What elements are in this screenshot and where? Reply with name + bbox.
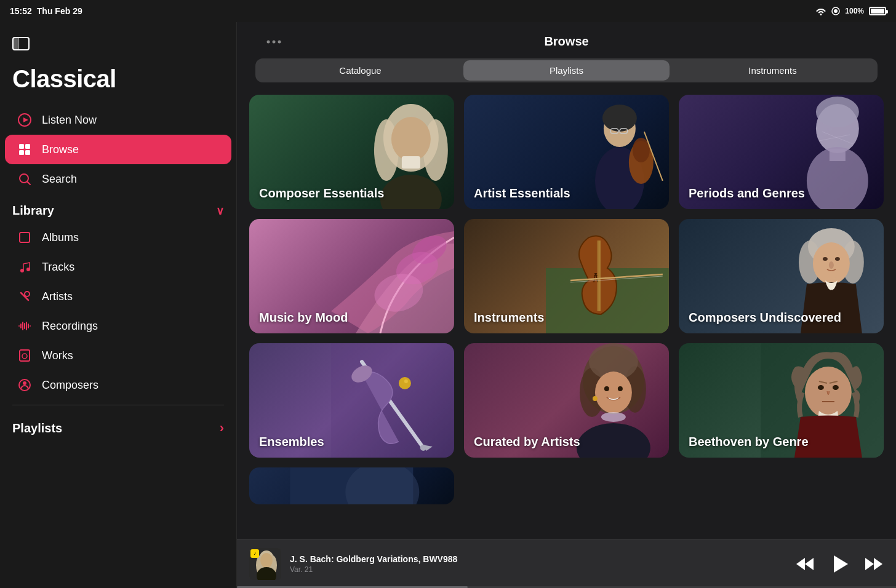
- svg-point-80: [618, 386, 623, 391]
- card-music-mood[interactable]: Music by Mood: [249, 219, 454, 333]
- svg-line-42: [644, 132, 663, 181]
- now-playing-bar: ♪ J. S. Bach: Goldberg Variations, BWV98…: [237, 539, 896, 588]
- svg-point-64: [823, 257, 828, 261]
- dots-menu[interactable]: [255, 40, 292, 44]
- svg-point-31: [423, 119, 448, 181]
- card-periods-genres[interactable]: Periods and Genres: [679, 95, 884, 209]
- svg-point-12: [26, 268, 30, 271]
- sidebar-item-listen-now[interactable]: Listen Now: [5, 105, 231, 135]
- person-circle-icon: [17, 378, 32, 392]
- sidebar-top: [0, 32, 236, 60]
- partial-card[interactable]: [249, 467, 454, 504]
- sidebar-item-recordings[interactable]: Recordings: [5, 311, 231, 341]
- svg-point-65: [835, 257, 840, 261]
- svg-point-76: [624, 366, 646, 413]
- card-curated-artists-label: Curated by Artists: [474, 434, 580, 449]
- card-composers-undiscovered[interactable]: Composers Undiscovered: [679, 219, 884, 333]
- svg-rect-34: [402, 156, 420, 169]
- svg-marker-102: [865, 558, 874, 570]
- svg-point-77: [589, 343, 638, 380]
- svg-point-29: [383, 104, 439, 172]
- svg-point-0: [834, 9, 838, 13]
- svg-point-26: [267, 40, 270, 43]
- svg-point-45: [807, 147, 868, 209]
- main-header: Browse: [237, 22, 896, 58]
- mood-illustration: [331, 219, 454, 333]
- playlists-section-header[interactable]: Playlists ›: [0, 410, 236, 441]
- rewind-button[interactable]: [795, 554, 815, 574]
- playlists-chevron-icon[interactable]: ›: [220, 420, 224, 436]
- main-content: Browse Catalogue Playlists Instruments: [237, 22, 896, 588]
- sidebar-item-browse[interactable]: Browse: [5, 135, 231, 164]
- sidebar-item-composers[interactable]: Composers: [5, 370, 231, 400]
- play-circle-icon: [17, 113, 32, 127]
- svg-marker-73: [422, 445, 433, 451]
- app-title: Classical: [0, 60, 236, 105]
- card-periods-genres-label: Periods and Genres: [689, 186, 805, 201]
- svg-point-28: [278, 40, 281, 43]
- svg-point-82: [577, 423, 650, 458]
- svg-rect-38: [620, 129, 628, 133]
- svg-marker-99: [796, 558, 805, 570]
- svg-point-61: [799, 240, 821, 284]
- card-curated-artists[interactable]: Curated by Artists: [464, 343, 669, 458]
- search-label: Search: [42, 173, 77, 186]
- browse-label: Browse: [42, 143, 79, 156]
- status-time-date: 15:52 Thu Feb 29: [10, 6, 82, 16]
- card-ensembles-label: Ensembles: [259, 434, 324, 449]
- svg-rect-44: [830, 149, 846, 161]
- tab-bar: Catalogue Playlists Instruments: [255, 58, 878, 82]
- now-playing-title: J. S. Bach: Goldberg Variations, BWV988: [290, 554, 795, 564]
- grid-icon: [17, 142, 32, 157]
- svg-point-50: [392, 247, 443, 290]
- card-composer-essentials-label: Composer Essentials: [259, 186, 384, 201]
- tab-catalogue[interactable]: Catalogue: [257, 60, 463, 81]
- violin-illustration: ƒ ƒ: [546, 219, 669, 333]
- ensembles-illustration: [331, 343, 454, 458]
- sidebar-item-works[interactable]: Works: [5, 341, 231, 370]
- svg-point-41: [633, 138, 650, 162]
- svg-point-89: [833, 385, 839, 390]
- sidebar-item-search[interactable]: Search: [5, 164, 231, 194]
- svg-line-9: [28, 182, 31, 185]
- play-button[interactable]: [827, 552, 852, 576]
- tab-instruments[interactable]: Instruments: [670, 60, 876, 81]
- svg-point-11: [20, 269, 24, 272]
- composers-label: Composers: [42, 379, 98, 392]
- library-chevron-icon[interactable]: ∨: [216, 204, 224, 218]
- sidebar-item-artists[interactable]: Artists: [5, 282, 231, 311]
- sidebar-item-tracks[interactable]: Tracks: [5, 252, 231, 282]
- status-time: 15:52: [10, 6, 32, 16]
- svg-rect-6: [19, 150, 24, 155]
- svg-line-58: [570, 276, 663, 282]
- svg-point-36: [602, 105, 637, 132]
- fast-forward-button[interactable]: [864, 554, 884, 574]
- recordings-label: Recordings: [42, 320, 98, 333]
- svg-line-86: [819, 381, 827, 383]
- card-composer-essentials[interactable]: Composer Essentials: [249, 95, 454, 209]
- card-instruments[interactable]: ƒ ƒ Instruments: [464, 219, 669, 333]
- card-ensembles[interactable]: Ensembles: [249, 343, 454, 458]
- svg-rect-67: [331, 343, 454, 458]
- svg-rect-4: [19, 144, 24, 149]
- card-beethoven-genre[interactable]: Beethoven by Genre: [679, 343, 884, 458]
- svg-line-47: [819, 135, 850, 141]
- svg-point-62: [842, 240, 864, 284]
- svg-point-85: [805, 367, 852, 418]
- sidebar-toggle-icon[interactable]: [12, 37, 30, 50]
- card-music-mood-label: Music by Mood: [259, 310, 348, 325]
- now-playing-thumbnail[interactable]: ♪: [249, 548, 281, 580]
- tab-playlists[interactable]: Playlists: [463, 60, 670, 81]
- status-bar: 15:52 Thu Feb 29 100%: [0, 0, 896, 22]
- sidebar-item-albums[interactable]: Albums: [5, 223, 231, 252]
- library-title: Library: [12, 204, 54, 218]
- browse-grid-container[interactable]: Composer Essentials: [237, 95, 896, 539]
- partial-card-bg: [249, 467, 454, 504]
- playlists-title: Playlists: [12, 421, 62, 435]
- svg-point-69: [420, 445, 426, 451]
- card-artist-essentials[interactable]: Artist Essentials: [464, 95, 669, 209]
- partial-row: [249, 467, 884, 504]
- svg-marker-101: [834, 555, 848, 573]
- svg-point-51: [370, 269, 428, 317]
- svg-rect-37: [610, 129, 618, 133]
